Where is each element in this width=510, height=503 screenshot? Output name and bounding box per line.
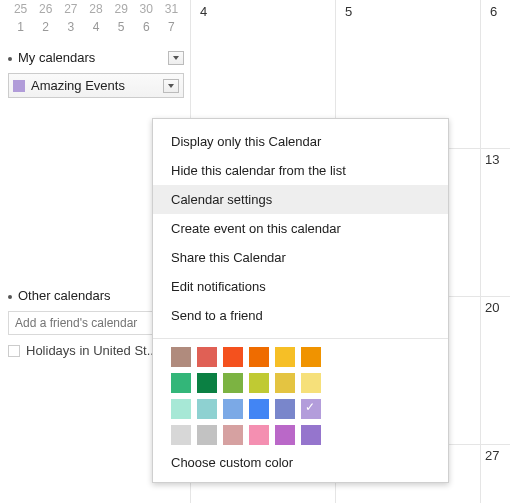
- chevron-down-icon: [173, 56, 179, 60]
- menu-item[interactable]: Edit notifications: [153, 272, 448, 301]
- color-swatch[interactable]: [301, 425, 321, 445]
- color-swatch[interactable]: [275, 373, 295, 393]
- day-number[interactable]: 5: [345, 4, 352, 19]
- color-swatch[interactable]: [301, 347, 321, 367]
- color-swatch[interactable]: [223, 399, 243, 419]
- chevron-down-icon: [168, 84, 174, 88]
- color-swatch[interactable]: [223, 425, 243, 445]
- color-picker: [153, 347, 448, 445]
- day-number[interactable]: 27: [485, 448, 499, 463]
- color-swatch[interactable]: [301, 373, 321, 393]
- calendar-color-swatch: [13, 80, 25, 92]
- day-number[interactable]: 4: [200, 4, 207, 19]
- day-number[interactable]: 20: [485, 300, 499, 315]
- color-swatch[interactable]: [249, 347, 269, 367]
- day-number[interactable]: 6: [490, 4, 497, 19]
- checkbox-icon[interactable]: [8, 345, 20, 357]
- color-swatch[interactable]: [275, 347, 295, 367]
- color-swatch[interactable]: [197, 373, 217, 393]
- color-swatch[interactable]: [249, 373, 269, 393]
- color-swatch[interactable]: [223, 373, 243, 393]
- calendar-name: Amazing Events: [31, 78, 125, 93]
- mini-cal-row: 1234567: [8, 18, 184, 36]
- calendar-context-menu: Display only this CalendarHide this cale…: [152, 118, 449, 483]
- color-swatch[interactable]: [275, 399, 295, 419]
- color-swatch[interactable]: [197, 399, 217, 419]
- my-calendars-dropdown[interactable]: [168, 51, 184, 65]
- menu-item[interactable]: Share this Calendar: [153, 243, 448, 272]
- menu-item[interactable]: Send to a friend: [153, 301, 448, 330]
- calendar-item-dropdown[interactable]: [163, 79, 179, 93]
- day-number[interactable]: 13: [485, 152, 499, 167]
- mini-calendar: 25262728293031 1234567: [8, 0, 184, 36]
- section-label: My calendars: [18, 50, 95, 65]
- section-label: Other calendars: [18, 288, 111, 303]
- color-swatch[interactable]: [197, 347, 217, 367]
- menu-item[interactable]: Calendar settings: [153, 185, 448, 214]
- color-swatch[interactable]: [197, 425, 217, 445]
- color-swatch[interactable]: [301, 399, 321, 419]
- my-calendars-section[interactable]: My calendars: [8, 50, 184, 65]
- mini-cal-row: 25262728293031: [8, 0, 184, 18]
- color-swatch[interactable]: [171, 373, 191, 393]
- color-swatch[interactable]: [171, 347, 191, 367]
- menu-item[interactable]: Display only this Calendar: [153, 127, 448, 156]
- choose-custom-color[interactable]: Choose custom color: [153, 445, 448, 474]
- color-swatch[interactable]: [249, 399, 269, 419]
- calendar-item[interactable]: Amazing Events: [8, 73, 184, 98]
- color-swatch[interactable]: [249, 425, 269, 445]
- menu-separator: [153, 338, 448, 339]
- holiday-label: Holidays in United St..: [26, 343, 154, 358]
- menu-item[interactable]: Hide this calendar from the list: [153, 156, 448, 185]
- color-swatch[interactable]: [223, 347, 243, 367]
- color-swatch[interactable]: [171, 399, 191, 419]
- menu-item[interactable]: Create event on this calendar: [153, 214, 448, 243]
- color-swatch[interactable]: [171, 425, 191, 445]
- color-swatch[interactable]: [275, 425, 295, 445]
